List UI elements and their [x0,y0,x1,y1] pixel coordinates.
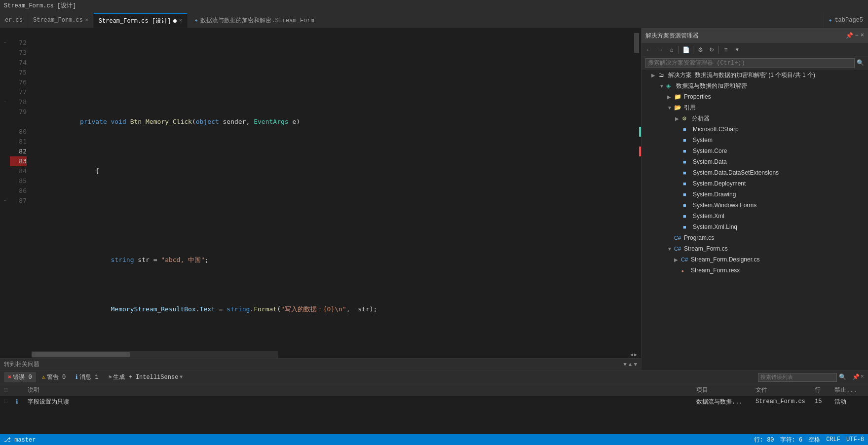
status-encoding[interactable]: UTF-8 [846,436,864,443]
expand-icon: ▼ [667,105,674,111]
se-extra-btn[interactable]: ▼ [732,44,743,55]
error-search-input[interactable] [758,373,837,382]
tree-item-systemcore[interactable]: ■ System.Core [642,146,868,156]
info-badge[interactable]: ℹ 消息 1 [72,372,102,382]
horizontal-scrollbar[interactable]: ◀ ▶ [0,351,641,358]
build-filter-btn[interactable]: ⚑ 生成 + IntelliSense ▼ [105,372,187,382]
se-refresh-btn[interactable]: ↻ [706,44,717,55]
resx-icon: ⬥ [681,267,689,273]
solution-explorer: 解决方案资源管理器 📌 − × ← → ⌂ 📄 ⚙ ↻ ≡ ▼ [641,28,868,370]
tree-label: Stream_Form.cs [684,245,728,252]
error-badge[interactable]: ✖ 错误 0 [4,372,36,382]
panel-header: ✖ 错误 0 ⚠ 警告 0 ℹ 消息 1 ⚑ 生成 + IntelliSense [0,371,868,384]
status-space[interactable]: 空格 [808,436,820,444]
analyzer-icon: ⚙ [682,115,690,122]
tree-item-streamformresx[interactable]: ⬥ Stream_Form.resx [642,265,868,276]
row-description: 字段设置为只读 [28,398,696,406]
error-row[interactable]: □ ℹ 字段设置为只读 数据流与数据... Stream_Form.cs 15 … [0,396,868,407]
se-settings-btn[interactable]: ≡ [720,44,731,55]
se-search-input[interactable] [645,58,855,68]
tree-item-programcs[interactable]: C# Program.cs [642,232,868,243]
tree-label: System.Xml [693,213,724,220]
tree-item-streamformdesigner[interactable]: ▶ C# Stream_Form.Designer.cs [642,254,868,265]
prev-change-btn[interactable]: ◀ [630,352,633,358]
line-numbers: 72 73 74 75 76 77 78 79 80 81 82 83 84 8… [10,28,32,351]
se-back-btn[interactable]: ← [643,44,654,55]
se-show-files-btn[interactable]: 📄 [680,44,691,55]
tree-item-systemxml[interactable]: ■ System.Xml [642,211,868,222]
folder-icon: 📁 [674,93,682,100]
tree-item-systemwinforms[interactable]: ■ System.Windows.Forms [642,200,868,211]
tree-label: System [693,137,713,144]
tab-stream-form[interactable]: Stream_Form.cs × [28,13,94,28]
tree-item-system[interactable]: ■ System [642,135,868,146]
status-line-ending[interactable]: CRLF [826,436,840,443]
expand-icon: ▶ [674,257,681,262]
vertical-scrollbar[interactable] [634,28,641,351]
se-tree: ▶ 🗂 解决方案 '数据流与数据的加密和解密' (1 个项目/共 1 个) ▼ … [642,70,868,370]
tree-item-systemdeployment[interactable]: ■ System.Deployment [642,178,868,189]
expand-icon: ▶ [651,73,658,78]
expand-icon: ▼ [659,83,666,89]
status-col[interactable]: 字符: 6 [780,436,803,444]
col-project: 项目 [696,386,755,394]
tree-label: Properties [684,93,711,100]
code-line: MemoryStream_ResultBox.Text = string.For… [34,295,634,304]
warning-count-label: 警告 0 [47,373,66,381]
tree-label: Stream_Form.Designer.cs [691,256,759,263]
next-change-btn[interactable]: ▶ [634,352,637,358]
collapse-btn-2[interactable]: − [3,100,6,105]
up-nav-icon[interactable]: ▲ [629,362,632,368]
tree-label: System.Drawing [693,191,736,198]
error-table-header: □ 说明 项目 文件 行 禁止... [0,384,868,396]
status-row[interactable]: 行: 80 [754,436,774,444]
se-close-btn[interactable]: × [861,32,864,39]
tree-label: Microsoft.CSharp [693,126,739,133]
ref-icon: ■ [683,181,691,186]
tree-item-systemxmllinq[interactable]: ■ System.Xml.Linq [642,222,868,232]
se-pin-btn[interactable]: 📌 [846,32,853,39]
panel-pin-btn[interactable]: 📌 [852,373,860,381]
tree-label: System.Windows.Forms [693,202,756,209]
se-home-btn[interactable]: ⌂ [666,44,677,55]
tab-stream-form-designer[interactable]: Stream_Form.cs [设计] × [94,13,188,28]
tree-item-analyzer[interactable]: ▶ ⚙ 分析器 [642,113,868,124]
tree-item-systemdataext[interactable]: ■ System.Data.DataSetExtensions [642,167,868,178]
bottom-panel: ✖ 错误 0 ⚠ 警告 0 ℹ 消息 1 ⚑ 生成 + IntelliSense [0,370,868,434]
code-line [34,58,634,68]
code-line [34,196,634,206]
se-forward-btn[interactable]: → [655,44,666,55]
code-editor[interactable]: private void Btn_Memory_Click(object sen… [32,28,634,351]
tab-tabpage5[interactable]: ⬥ tabPage5 [823,13,868,28]
se-search-icon[interactable]: 🔍 [857,59,864,67]
tab-close-2[interactable]: × [85,18,88,23]
se-minimize-btn[interactable]: − [855,32,859,39]
collapse-btn-1[interactable]: − [3,40,6,46]
error-search-icon[interactable]: 🔍 [839,373,846,381]
tree-item-csharp[interactable]: ■ Microsoft.CSharp [642,124,868,135]
down-nav-icon[interactable]: ▼ [634,362,637,368]
tree-item-systemdrawing[interactable]: ■ System.Drawing [642,189,868,200]
se-properties-btn[interactable]: ⚙ [695,44,706,55]
tree-item-solution[interactable]: ▶ 🗂 解决方案 '数据流与数据的加密和解密' (1 个项目/共 1 个) [642,70,868,80]
warning-badge[interactable]: ⚠ 警告 0 [38,372,70,382]
col-line: 行 [815,386,834,394]
expand-icon: ▼ [667,246,674,252]
tree-label: 分析器 [692,114,710,123]
se-title: 解决方案资源管理器 [645,32,699,40]
tree-item-project[interactable]: ▼ ◈ 数据流与数据的加密和解密 [642,80,868,91]
tree-item-properties[interactable]: ▶ 📁 Properties [642,91,868,102]
tab-close-3[interactable]: × [179,18,182,24]
error-icon: ✖ [8,373,11,381]
tree-item-references[interactable]: ▼ 📂 引用 [642,102,868,113]
tree-label: 解决方案 '数据流与数据的加密和解密' (1 个项目/共 1 个) [668,71,815,79]
tree-item-systemdata[interactable]: ■ System.Data [642,156,868,167]
editor-area: − − [0,28,641,370]
panel-close-btn[interactable]: × [861,373,864,381]
filter-icon[interactable]: ▼ [623,362,627,368]
app-title: Stream_Form.cs [设计] [4,1,76,10]
find-bar: 转到相关问题 ▼ ▲ ▼ [0,358,641,370]
tree-item-streamformcs[interactable]: ▼ C# Stream_Form.cs [642,243,868,254]
collapse-btn-3[interactable]: − [3,198,6,204]
tab-er[interactable]: er.cs [0,13,28,28]
